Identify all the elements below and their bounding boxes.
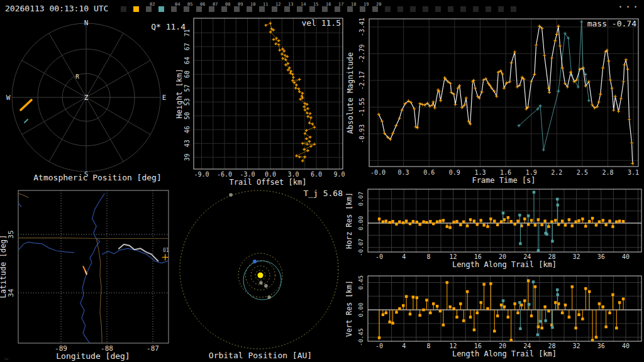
horz-res-ytick: 0.00	[357, 216, 364, 230]
frame-swatch	[397, 6, 403, 12]
map-ytick: 34	[7, 288, 15, 297]
frame-box-14[interactable]: 14	[296, 2, 308, 13]
vert-res-xtick: 40	[622, 343, 630, 349]
mag-xtick: 2.8	[602, 169, 613, 176]
vert-res-xtick: 32	[573, 343, 580, 349]
trail-grid	[194, 18, 343, 169]
map-features	[18, 194, 169, 343]
trail-xtick: -9.0	[194, 171, 209, 178]
mag-ytick: -2.17	[358, 71, 365, 90]
trail-ytick: 57	[184, 84, 191, 92]
trail-ytick: 67	[184, 43, 191, 50]
mag-xtick: 0.6	[423, 169, 435, 176]
horz-res-ytick: -0.07	[357, 238, 364, 256]
frame-box-20[interactable]: 20	[371, 2, 384, 13]
frame-box-06[interactable]: 06	[195, 2, 208, 13]
earth-marker	[253, 260, 257, 263]
frame-number: 06	[200, 2, 205, 7]
axis-box	[368, 276, 641, 341]
status-bar: 20260113 00:13:10 UTC 010203040506070809…	[0, 0, 644, 18]
frame-box-02[interactable]: 02	[145, 2, 157, 13]
trail-ytick: 46	[184, 126, 191, 133]
frame-box-04[interactable]: 04	[170, 2, 182, 13]
mag-ylabel: Absolute Magnitude	[346, 52, 355, 134]
frame-swatch	[171, 6, 177, 12]
trail-xtick: 9.0	[333, 171, 345, 178]
mag-xtick: 0.9	[449, 169, 460, 176]
frame-swatch	[498, 6, 504, 12]
trail-series-markers	[264, 22, 316, 163]
frame-number: 02	[150, 2, 155, 7]
planet-marker	[229, 193, 233, 197]
frame-box-19[interactable]: 19	[358, 2, 371, 13]
frame-box-12[interactable]: 12	[270, 2, 283, 13]
planet-marker	[259, 281, 263, 285]
state-border	[18, 238, 169, 239]
frame-box-05[interactable]: 05	[182, 2, 195, 13]
frame-box-03[interactable]: 03	[157, 2, 170, 13]
frame-box-15[interactable]: 15	[308, 2, 321, 13]
mag-ytick: -2.79	[358, 44, 365, 63]
mag-xtick: 0.3	[398, 169, 409, 176]
vert-res-ytick: 0.00	[357, 302, 364, 317]
vert-res-xlabel: Length Along Trail [km]	[452, 349, 557, 358]
frame-box-empty-0	[119, 2, 132, 13]
frame-number: 18	[351, 2, 356, 7]
frame-swatch	[423, 6, 428, 12]
frame-box-18[interactable]: 18	[346, 2, 358, 13]
trail-ylabel: Height [km]	[176, 69, 184, 118]
trail-ytick: 50	[184, 112, 191, 119]
compass-north-label: N	[84, 19, 89, 27]
vert-res-ytick: -0.45	[357, 328, 364, 346]
river	[18, 203, 21, 207]
frame-box-empty-29	[484, 2, 497, 13]
frame-box-17[interactable]: 17	[333, 2, 346, 13]
vert-res-data	[368, 279, 641, 341]
frame-number: 17	[338, 2, 343, 7]
atmospheric-position-panel: NSWEZRQ* 11.4Atmospheric Position [deg]	[0, 18, 189, 186]
magnitude-grid	[369, 19, 638, 167]
planet-marker	[264, 284, 268, 288]
frame-number: 03	[162, 2, 167, 7]
frame-box-07[interactable]: 07	[208, 2, 220, 13]
frame-swatch	[247, 6, 252, 12]
frame-swatch	[486, 6, 491, 12]
orbit-title: Orbital Position [AU]	[209, 351, 312, 360]
frame-number: 14	[301, 2, 306, 7]
frame-box-empty-26	[447, 2, 459, 13]
residuals-panel: -04812162024283236400.070.00-0.07Horz Re…	[346, 187, 644, 362]
vert-res-xtick: 4	[402, 343, 406, 349]
river	[18, 242, 74, 253]
frame-box-09[interactable]: 09	[233, 2, 245, 13]
state-border	[96, 239, 102, 344]
frame-box-08[interactable]: 08	[220, 2, 233, 13]
overflow-menu-button[interactable]: ...	[618, 0, 640, 10]
frame-box-16[interactable]: 16	[321, 2, 333, 13]
mag-xtick: 1.3	[474, 169, 486, 176]
planet-orbits	[180, 190, 338, 349]
frame-number: 04	[175, 2, 180, 7]
horz-res-xtick: 40	[622, 253, 630, 260]
frame-box-empty-30	[497, 2, 509, 13]
frame-box-01[interactable]: 01	[132, 2, 145, 13]
horz-res-xlabel: Length Along Trail [km]	[452, 260, 557, 269]
tisserand-value: T_j 5.68	[303, 189, 343, 198]
frame-swatch	[259, 6, 265, 12]
polar-title: Atmospheric Position [deg]	[33, 173, 162, 182]
mag-xtick: 2.5	[577, 169, 588, 176]
orbital-position-panel: T_j 5.68Orbital Position [AU]	[176, 187, 346, 362]
horz-res-xtick: 36	[597, 253, 605, 260]
mag-xtick: 1.6	[500, 169, 511, 176]
frame-box-10[interactable]: 10	[245, 2, 258, 13]
axis-box	[369, 19, 638, 167]
mag-ytick: -1.55	[358, 97, 365, 116]
trail-series-line	[266, 23, 314, 161]
frame-swatch	[473, 6, 479, 12]
ground-track-map-panel: 01-89-88-873534Latitude [deg]Longitude […	[0, 187, 176, 362]
horz-res-xtick: 28	[548, 253, 555, 260]
light-curve-panel: -0.00.30.60.91.31.61.92.22.52.83.1-3.41-…	[346, 18, 644, 186]
frame-swatch	[146, 6, 152, 12]
frame-box-11[interactable]: 11	[258, 2, 270, 13]
frame-swatch	[335, 6, 340, 12]
frame-box-13[interactable]: 13	[283, 2, 296, 13]
